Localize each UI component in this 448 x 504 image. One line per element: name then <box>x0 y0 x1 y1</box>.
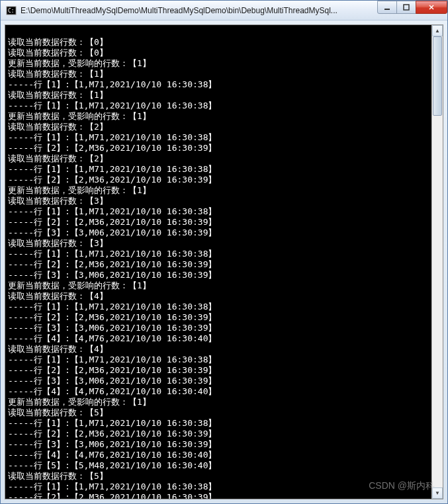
maximize-button[interactable] <box>396 1 416 14</box>
titlebar[interactable]: C: E:\Demo\MultiThreadMySqlDemo\MultiThr… <box>1 1 447 21</box>
scroll-thumb[interactable] <box>433 36 442 116</box>
window-frame: C: E:\Demo\MultiThreadMySqlDemo\MultiThr… <box>0 0 448 504</box>
vertical-scrollbar[interactable]: ▲ ▼ <box>431 25 443 499</box>
close-button[interactable] <box>416 1 447 14</box>
svg-text:C:: C: <box>8 8 15 14</box>
console-frame: 读取当前数据行数：【0】 读取当前数据行数：【0】 更新当前数据，受影响的行数：… <box>5 24 443 499</box>
scroll-up-arrow-icon[interactable]: ▲ <box>432 25 443 36</box>
window-controls <box>378 1 447 14</box>
svg-rect-2 <box>384 9 390 10</box>
scroll-down-arrow-icon[interactable]: ▼ <box>432 487 443 499</box>
console-output: 读取当前数据行数：【0】 读取当前数据行数：【0】 更新当前数据，受影响的行数：… <box>5 25 431 499</box>
window-title: E:\Demo\MultiThreadMySqlDemo\MultiThread… <box>21 6 378 15</box>
console-icon: C: <box>6 5 17 16</box>
svg-rect-3 <box>404 5 409 10</box>
minimize-button[interactable] <box>377 1 397 14</box>
